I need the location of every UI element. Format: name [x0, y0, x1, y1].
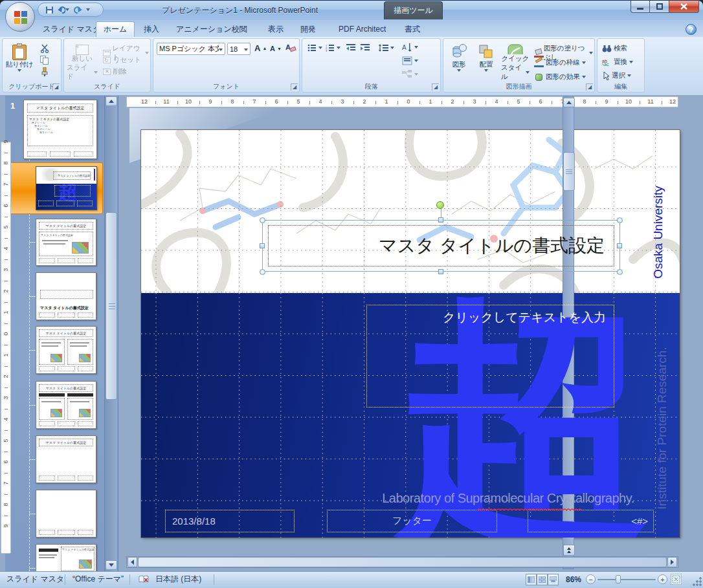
convert-smartart-button[interactable]	[401, 69, 419, 80]
paragraph-dialog-launcher[interactable]: ◢	[432, 83, 439, 91]
thumbnail-title-content-layout[interactable]: マスタ タイトルの書式設定 マスタ テキストの書式設定	[36, 219, 96, 266]
font-size-dropdown-arrow[interactable]	[244, 49, 248, 51]
shape-effects-button[interactable]: 図形の効果	[533, 72, 587, 82]
qat-customize-arrow[interactable]	[86, 8, 90, 11]
thumbnail-title-only-layout[interactable]: マスタ タイトルの書式設定	[36, 435, 96, 483]
paste-dropdown-arrow[interactable]	[17, 69, 21, 72]
thumbnail-slide-master[interactable]: マスタ タイトルの書式設定 マスタ テキストの書式設定 第 2 レベル 第 3 …	[23, 100, 97, 159]
shape-outline-button[interactable]: 図形の枠線	[533, 58, 587, 68]
line-spacing-button[interactable]	[377, 43, 396, 52]
thumbnail-comparison-layout[interactable]: マスタ タイトルの書式設定	[36, 381, 96, 429]
title-placeholder[interactable]: マスタ タイトルの書式設定	[262, 220, 620, 272]
thumbnail-content-caption-layout[interactable]: マスタ テキストの書式設定	[36, 544, 96, 571]
vertical-scroll-thumb[interactable]	[563, 152, 575, 191]
tab-pdf-architect[interactable]: PDF Architect	[332, 21, 392, 37]
tab-view[interactable]: 表示	[262, 21, 290, 37]
font-name-combo[interactable]: MS Pゴシック 本文	[157, 43, 225, 55]
zoom-percent[interactable]: 86%	[561, 572, 586, 587]
replace-arrow[interactable]	[629, 61, 633, 63]
footer-placeholder[interactable]: フッター	[327, 510, 497, 532]
thumbnail-scrollbar[interactable]	[104, 96, 117, 571]
fit-to-window-button[interactable]	[671, 574, 682, 585]
restore-button[interactable]	[650, 1, 669, 13]
shape-outline-arrow[interactable]	[582, 61, 586, 64]
font-dialog-launcher[interactable]: ◢	[291, 83, 298, 91]
thumbnail-scroll-up-button[interactable]	[106, 96, 117, 106]
scroll-left-button[interactable]	[128, 557, 137, 567]
thumbnail-scroll-down-button[interactable]	[106, 560, 117, 570]
previous-slide-button[interactable]	[563, 545, 575, 556]
selection-handle-n[interactable]	[438, 217, 443, 223]
resize-grip[interactable]	[693, 577, 702, 586]
align-text-button[interactable]	[401, 56, 419, 66]
slide-sorter-view-button[interactable]	[537, 574, 548, 585]
selection-handle-e[interactable]	[617, 243, 622, 248]
tab-developer[interactable]: 開発	[294, 21, 322, 37]
decrease-indent-button[interactable]	[345, 43, 357, 52]
replace-button[interactable]: abac置換	[601, 57, 634, 67]
text-direction-arrow[interactable]	[414, 46, 418, 49]
selection-handle-nw[interactable]	[260, 217, 265, 223]
bullets-button[interactable]	[306, 43, 324, 52]
date-placeholder[interactable]: 2013/8/18	[165, 510, 295, 532]
grow-font-button[interactable]: A▲	[253, 43, 268, 54]
arrange-button[interactable]: 配置	[474, 41, 498, 82]
clear-formatting-button[interactable]: A	[284, 43, 297, 53]
thumbnail-scroll-thumb[interactable]	[106, 212, 117, 400]
minimize-button[interactable]	[630, 1, 650, 13]
tab-insert[interactable]: 挿入	[137, 21, 166, 37]
help-button[interactable]: ?	[686, 24, 697, 35]
undo-button[interactable]	[58, 5, 69, 15]
slide-number-placeholder[interactable]: <#>	[528, 510, 654, 532]
shrink-font-button[interactable]: A▼	[269, 44, 283, 53]
normal-view-button[interactable]	[526, 574, 537, 585]
font-name-dropdown-arrow[interactable]	[219, 49, 223, 51]
scroll-right-button[interactable]	[667, 557, 677, 567]
increase-indent-button[interactable]	[359, 43, 371, 52]
tab-home[interactable]: ホーム	[96, 21, 135, 37]
numbering-arrow[interactable]	[337, 47, 340, 49]
paste-button[interactable]: 貼り付け	[5, 41, 34, 82]
undo-dropdown-arrow[interactable]	[65, 8, 69, 11]
tab-format[interactable]: 書式	[398, 21, 427, 37]
shapes-arrow[interactable]	[457, 69, 461, 72]
zoom-out-button[interactable]: −	[586, 574, 596, 584]
rotation-handle[interactable]	[436, 201, 444, 209]
zoom-slider-handle[interactable]	[616, 575, 621, 583]
selection-handle-s[interactable]	[438, 269, 443, 274]
body-text-placeholder[interactable]: クリックしてテキストを入力	[366, 305, 614, 408]
selection-handle-sw[interactable]	[260, 269, 265, 275]
thumbnail-blank-layout[interactable]	[36, 490, 96, 538]
cut-button[interactable]	[39, 43, 50, 54]
close-button[interactable]	[669, 1, 699, 13]
slideshow-view-button[interactable]	[548, 574, 559, 585]
text-direction-button[interactable]: A	[401, 42, 419, 52]
numbering-button[interactable]: 123	[324, 43, 342, 52]
arrange-arrow[interactable]	[484, 69, 488, 72]
shape-effects-arrow[interactable]	[582, 76, 586, 78]
bullets-arrow[interactable]	[318, 47, 322, 49]
find-button[interactable]: 検索	[601, 43, 629, 54]
thumbnail-two-content-layout[interactable]: マスタ タイトルの書式設定	[36, 326, 96, 374]
status-theme-name[interactable]: “Office テーマ”	[67, 572, 129, 587]
shapes-button[interactable]: 図形	[447, 41, 471, 82]
drawing-dialog-launcher[interactable]: ◢	[586, 83, 593, 91]
zoom-in-button[interactable]: +	[658, 574, 667, 584]
tab-review[interactable]: 校閲	[225, 21, 254, 37]
select-button[interactable]: 選択	[601, 71, 632, 81]
font-size-combo[interactable]: 18	[227, 43, 251, 55]
shape-fill-arrow[interactable]	[589, 52, 593, 54]
status-view-name[interactable]: スライド マスタ	[1, 572, 69, 587]
format-painter-button[interactable]	[39, 67, 50, 77]
thumbnail-title-slide-layout[interactable]: マスタ タイトルの書式設定 超	[36, 166, 97, 210]
scroll-up-button[interactable]	[563, 98, 575, 107]
reset-button[interactable]: ↻リセット	[102, 55, 142, 65]
clipboard-dialog-launcher[interactable]: ◢	[52, 83, 60, 91]
zoom-slider-track[interactable]	[597, 579, 656, 580]
thumbnail-section-header-layout[interactable]: マスタ タイトルの書式設定	[36, 272, 96, 320]
save-button[interactable]	[43, 5, 55, 15]
selection-handle-w[interactable]	[260, 243, 265, 248]
office-button[interactable]	[5, 2, 35, 32]
horizontal-scroll-thumb[interactable]	[138, 557, 667, 567]
slide-horizontal-scrollbar[interactable]	[126, 556, 678, 568]
